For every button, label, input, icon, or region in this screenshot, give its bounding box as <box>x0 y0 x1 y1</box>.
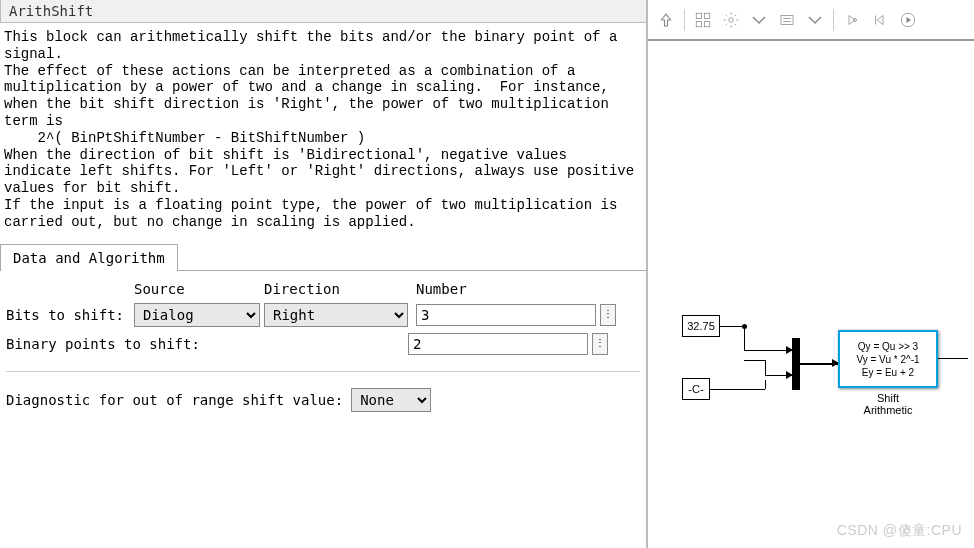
diagnostic-select[interactable]: None <box>351 388 431 412</box>
bits-source-select[interactable]: Dialog <box>134 303 260 327</box>
model-canvas[interactable]: 32.75 -C- Qy = Qu >> 3 <box>648 80 974 548</box>
svg-rect-1 <box>705 13 710 18</box>
log-icon[interactable] <box>775 8 799 32</box>
binpt-number-more-button[interactable]: ⋮ <box>592 333 608 355</box>
bits-row: Bits to shift: Dialog Right ⋮ <box>6 303 640 327</box>
section-divider <box>6 371 640 372</box>
constant-block-2[interactable]: -C- <box>682 378 710 400</box>
step-back-icon[interactable] <box>868 8 892 32</box>
header-row: Source Direction Number <box>6 281 640 297</box>
up-icon[interactable] <box>654 8 678 32</box>
block-parameters-panel: ArithShift This block can arithmetically… <box>0 0 648 548</box>
header-direction: Direction <box>264 281 408 297</box>
tabs-bar: Data and Algorithm <box>0 243 646 271</box>
svg-rect-2 <box>696 21 701 26</box>
bits-number-input[interactable] <box>416 304 596 326</box>
tab-content: Source Direction Number Bits to shift: D… <box>0 271 646 422</box>
svg-rect-3 <box>705 21 710 26</box>
mux-block[interactable] <box>792 338 800 390</box>
svg-point-4 <box>729 17 734 22</box>
block-title: ArithShift <box>0 0 646 23</box>
binpt-label: Binary points to shift: <box>6 336 408 352</box>
dropdown2-icon[interactable] <box>803 8 827 32</box>
header-number: Number <box>416 281 616 297</box>
watermark: CSDN @傻童:CPU <box>837 522 962 540</box>
binpt-row: Binary points to shift: ⋮ <box>6 333 640 355</box>
svg-rect-5 <box>781 15 793 24</box>
model-settings-icon[interactable] <box>719 8 743 32</box>
diagnostic-row: Diagnostic for out of range shift value:… <box>6 388 640 412</box>
tab-data-algorithm[interactable]: Data and Algorithm <box>0 244 178 271</box>
diagnostic-label: Diagnostic for out of range shift value: <box>6 392 343 408</box>
fast-restart-icon[interactable] <box>840 8 864 32</box>
binpt-number-input[interactable] <box>408 333 588 355</box>
library-browser-icon[interactable] <box>691 8 715 32</box>
block-description: This block can arithmetically shift the … <box>0 23 646 239</box>
canvas-toolbar <box>648 0 974 40</box>
shift-arithmetic-block[interactable]: Qy = Qu >> 3 Vy = Vu * 2^-1 Ey = Eu + 2 <box>838 330 938 388</box>
svg-rect-0 <box>696 13 701 18</box>
shift-eq2: Vy = Vu * 2^-1 <box>840 353 936 366</box>
dropdown-icon[interactable] <box>747 8 771 32</box>
shift-eq3: Ey = Eu + 2 <box>840 366 936 379</box>
constant-block-1[interactable]: 32.75 <box>682 315 720 337</box>
shift-block-label: Shift Arithmetic <box>838 392 938 416</box>
header-source: Source <box>134 281 260 297</box>
run-icon[interactable] <box>896 8 920 32</box>
bits-label: Bits to shift: <box>6 307 134 323</box>
model-canvas-panel: 32.75 -C- Qy = Qu >> 3 <box>648 0 974 548</box>
bits-number-more-button[interactable]: ⋮ <box>600 304 616 326</box>
shift-eq1: Qy = Qu >> 3 <box>840 340 936 353</box>
bits-direction-select[interactable]: Right <box>264 303 408 327</box>
